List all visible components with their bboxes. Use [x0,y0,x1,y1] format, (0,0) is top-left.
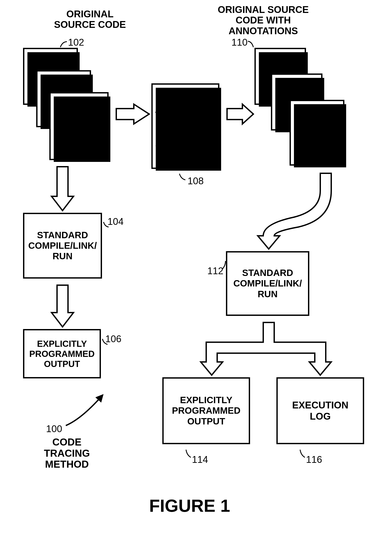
label-code-tracing-method: CODETRACINGMETHOD [42,437,92,470]
hook-116 [300,450,305,457]
label-original-source: ORIGINALSOURCE CODE [46,9,134,30]
box-compile-right-text: STANDARDCOMPILE/LINK/RUN [233,268,302,299]
ref-110: 110 [232,37,247,48]
ref-100: 100 [46,423,62,434]
file-z-prime: FILE Z' WITH TRACING [290,100,344,166]
ref-116: 116 [306,454,322,465]
arrow-annotator-to-files [227,104,253,124]
file-y-label: FILE Y [50,76,77,86]
arrow-files-to-compile-left [52,167,73,211]
ref-108: 108 [188,176,204,186]
diagram-canvas: ORIGINALSOURCE CODE ORIGINAL SOURCECODE … [0,0,392,544]
hook-114 [186,450,191,457]
file-z-prime-with: WITH [303,113,331,120]
arrow-files-to-annotator [116,104,149,124]
box-compile-left-text: STANDARDCOMPILE/LINK/RUN [28,230,97,262]
box-exec-log: EXECUTIONLOG [276,377,364,444]
box-exec-log-text: EXECUTIONLOG [292,400,349,422]
arrow-compile-to-outputs [201,322,331,375]
file-x-prime-with: WITH [266,61,294,68]
box-compile-right: STANDARDCOMPILE/LINK/RUN [226,251,309,316]
ref-102: 102 [68,37,84,48]
box-compile-left: STANDARDCOMPILE/LINK/RUN [23,213,102,278]
box-annotator: AUTOMATEDCODE TRACEANNOTATOR [151,83,219,169]
hook-100 [66,397,101,426]
ref-112: 112 [207,266,223,276]
hook-102 [60,42,67,47]
file-z-label: FILE Z [65,98,92,108]
ref-104: 104 [107,216,124,227]
arrow-compile-to-output-left [52,285,73,327]
file-y-prime-with: WITH [283,86,311,94]
file-x-label: FILE X [37,53,64,64]
file-z: FILE Z [49,92,109,160]
file-x-prime-label: FILE X' [266,53,294,61]
box-output-left: EXPLICITLYPROGRAMMEDOUTPUT [23,329,101,378]
hook-110 [248,41,253,47]
box-output-right: EXPLICITLYPROGRAMMEDOUTPUT [162,377,250,444]
hook-108 [179,174,185,180]
box-annotator-text: AUTOMATEDCODE TRACEANNOTATOR [155,104,216,148]
arrow-files-to-compile-right [258,173,331,249]
box-output-right-text: EXPLICITLYPROGRAMMEDOUTPUT [172,395,241,427]
label-original-source-annotated: ORIGINAL SOURCECODE WITHANNOTATIONS [214,4,313,36]
file-y-prime-tracing: TRACING [283,94,311,101]
file-z-prime-tracing: TRACING [303,120,331,127]
box-output-left-text: EXPLICITLYPROGRAMMEDOUTPUT [30,339,95,369]
ref-114: 114 [192,454,208,465]
file-z-prime-label: FILE Z' [303,104,331,113]
file-y-prime-label: FILE Y' [283,78,311,86]
ref-106: 106 [105,333,121,344]
figure-caption: FIGURE 1 [149,496,230,516]
